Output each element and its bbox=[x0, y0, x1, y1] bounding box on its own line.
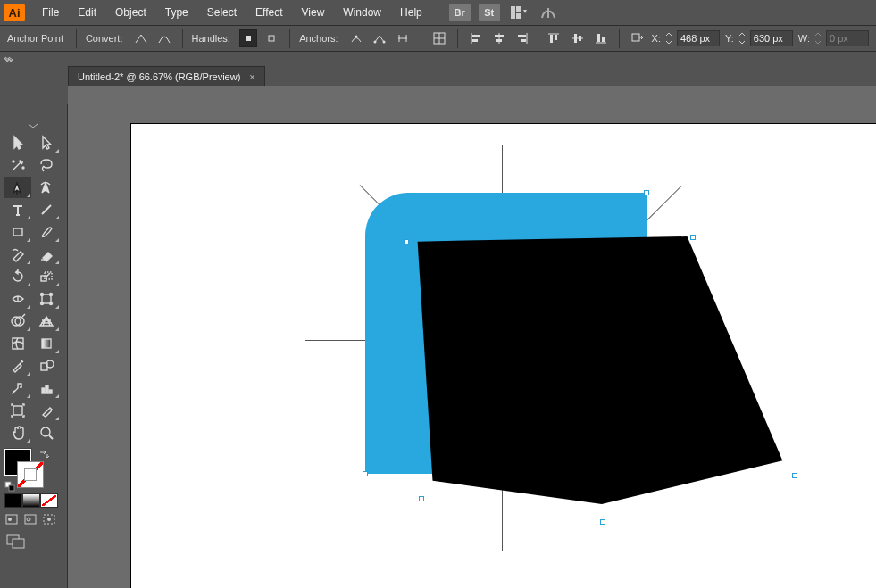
magic-wand-tool[interactable] bbox=[4, 154, 31, 176]
selection-handle[interactable] bbox=[644, 190, 649, 195]
svg-point-6 bbox=[373, 41, 376, 44]
menu-view[interactable]: View bbox=[293, 2, 334, 23]
svg-rect-15 bbox=[550, 35, 553, 43]
menu-help[interactable]: Help bbox=[391, 2, 431, 23]
gradient-tool[interactable] bbox=[33, 333, 60, 354]
slice-tool[interactable] bbox=[33, 400, 60, 421]
selection-handle[interactable] bbox=[600, 519, 605, 525]
selection-handle[interactable] bbox=[792, 473, 797, 478]
align-top-button[interactable] bbox=[545, 29, 563, 47]
convert-corner-button[interactable] bbox=[131, 29, 149, 47]
svg-rect-16 bbox=[555, 35, 557, 40]
artboard-tool[interactable] bbox=[4, 400, 31, 421]
line-segment-tool[interactable] bbox=[33, 199, 60, 220]
arrange-documents-icon[interactable] bbox=[508, 4, 530, 21]
x-input[interactable] bbox=[677, 30, 720, 46]
swap-fill-stroke-icon[interactable] bbox=[38, 449, 49, 460]
align-bottom-button[interactable] bbox=[592, 29, 610, 47]
shape-builder-tool[interactable] bbox=[4, 311, 31, 332]
bridge-icon[interactable]: Br bbox=[449, 4, 471, 21]
x-stepper-icon[interactable] bbox=[663, 31, 674, 46]
tool-panel-collapse-icon[interactable] bbox=[27, 120, 39, 132]
y-stepper-icon[interactable] bbox=[737, 31, 747, 46]
scale-tool[interactable] bbox=[33, 266, 60, 287]
svg-rect-4 bbox=[269, 36, 274, 41]
svg-point-31 bbox=[40, 302, 43, 305]
align-vcenter-button[interactable] bbox=[569, 29, 587, 47]
handles-show-button[interactable] bbox=[239, 29, 257, 47]
gpu-preview-icon[interactable] bbox=[538, 4, 559, 21]
isolate-button[interactable] bbox=[430, 29, 448, 47]
menu-file[interactable]: File bbox=[33, 2, 68, 23]
panel-collapse-icon[interactable] bbox=[2, 54, 14, 66]
mesh-tool[interactable] bbox=[4, 333, 31, 354]
selection-handle[interactable] bbox=[690, 235, 696, 240]
color-mode-solid[interactable] bbox=[4, 493, 22, 508]
menu-window[interactable]: Window bbox=[334, 2, 390, 23]
eraser-tool[interactable] bbox=[33, 244, 60, 265]
y-input[interactable] bbox=[750, 30, 793, 46]
screen-mode-icon[interactable] bbox=[4, 533, 28, 551]
anchors-remove-button[interactable] bbox=[347, 29, 365, 47]
menu-edit[interactable]: Edit bbox=[69, 2, 105, 23]
handles-hide-button[interactable] bbox=[263, 29, 280, 47]
w-input bbox=[826, 30, 869, 46]
svg-rect-19 bbox=[597, 34, 600, 42]
canvas[interactable] bbox=[68, 86, 876, 588]
selection-handle[interactable] bbox=[363, 471, 368, 476]
menu-effect[interactable]: Effect bbox=[246, 2, 291, 23]
svg-rect-20 bbox=[602, 37, 605, 42]
eyedropper-tool[interactable] bbox=[4, 355, 31, 377]
x-coord-group: X: bbox=[652, 30, 720, 46]
default-fill-stroke-icon[interactable] bbox=[4, 481, 15, 492]
draw-inside-icon[interactable] bbox=[42, 513, 58, 526]
free-transform-tool[interactable] bbox=[33, 288, 60, 310]
svg-point-49 bbox=[27, 518, 30, 521]
document-tab[interactable]: Untitled-2* @ 66.67% (RGB/Preview) × bbox=[68, 66, 265, 86]
hand-tool[interactable] bbox=[4, 422, 31, 443]
stock-icon[interactable]: St bbox=[479, 4, 500, 21]
perspective-grid-tool[interactable] bbox=[33, 311, 60, 332]
selection-handle[interactable] bbox=[419, 496, 424, 501]
anchors-cut-button[interactable] bbox=[394, 29, 412, 47]
stroke-swatch[interactable] bbox=[17, 461, 44, 488]
width-tool[interactable] bbox=[4, 288, 31, 310]
column-graph-tool[interactable] bbox=[33, 377, 60, 399]
transform-panel-icon[interactable] bbox=[629, 29, 647, 47]
direct-selection-tool[interactable] bbox=[33, 132, 60, 153]
x-label: X: bbox=[652, 33, 661, 44]
tab-close-icon[interactable]: × bbox=[249, 71, 254, 82]
menu-type[interactable]: Type bbox=[156, 2, 197, 23]
zoom-tool[interactable] bbox=[33, 422, 60, 443]
align-right-button[interactable] bbox=[513, 29, 531, 47]
w-stepper-icon[interactable] bbox=[813, 31, 823, 46]
selection-tool[interactable] bbox=[4, 132, 31, 153]
svg-rect-53 bbox=[13, 539, 24, 548]
menu-select[interactable]: Select bbox=[198, 2, 246, 23]
rotate-tool[interactable] bbox=[4, 266, 31, 287]
curvature-tool[interactable] bbox=[33, 177, 60, 198]
shaper-tool[interactable] bbox=[4, 244, 31, 265]
anchors-connect-button[interactable] bbox=[371, 29, 388, 47]
draw-behind-icon[interactable] bbox=[23, 513, 39, 526]
blend-tool[interactable] bbox=[33, 355, 60, 377]
selection-handle[interactable] bbox=[404, 239, 409, 244]
convert-smooth-button[interactable] bbox=[155, 29, 173, 47]
draw-normal-icon[interactable] bbox=[4, 513, 21, 526]
type-tool[interactable] bbox=[4, 199, 31, 220]
menu-object[interactable]: Object bbox=[106, 2, 155, 23]
color-mode-row bbox=[4, 493, 60, 508]
svg-rect-10 bbox=[472, 39, 478, 42]
fill-stroke-swatch[interactable] bbox=[4, 449, 54, 492]
symbol-sprayer-tool[interactable] bbox=[4, 377, 31, 399]
paintbrush-tool[interactable] bbox=[33, 221, 60, 243]
align-left-button[interactable] bbox=[467, 29, 485, 47]
rectangle-tool[interactable] bbox=[4, 221, 31, 243]
svg-point-47 bbox=[8, 518, 12, 521]
color-mode-none[interactable] bbox=[40, 493, 58, 508]
black-pentagon[interactable] bbox=[405, 236, 795, 504]
pen-tool[interactable] bbox=[4, 177, 31, 198]
color-mode-gradient[interactable] bbox=[22, 493, 40, 508]
lasso-tool[interactable] bbox=[33, 154, 60, 176]
align-hcenter-button[interactable] bbox=[490, 29, 508, 47]
